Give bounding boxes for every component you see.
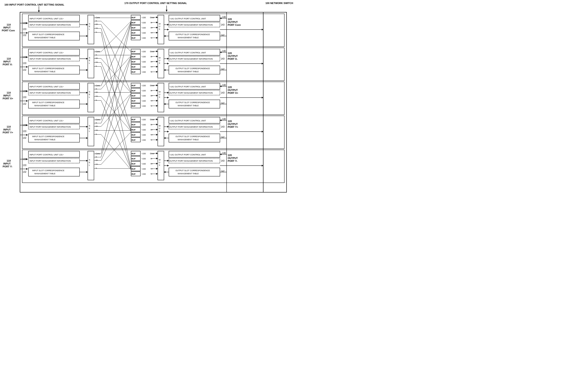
svg-text:X+: X+ (151, 61, 153, 63)
svg-text:X+: X+ (95, 57, 98, 59)
svg-marker-424 (262, 63, 263, 65)
svg-text:X+: X+ (151, 27, 153, 29)
svg-marker-18 (86, 24, 88, 26)
svg-line-203 (101, 22, 131, 154)
svg-marker-414 (164, 69, 166, 71)
svg-line-197 (101, 100, 131, 169)
svg-text:OUTPUT SLOT CORRESPONDENCE: OUTPUT SLOT CORRESPONDENCE (176, 33, 210, 35)
svg-text:~150: ~150 (141, 71, 146, 73)
svg-text:OUTPUT: OUTPUT (228, 55, 238, 57)
svg-text:MANAGEMENT TABLE: MANAGEMENT TABLE (178, 172, 199, 175)
svg-marker-486 (164, 171, 166, 173)
svg-text:120: 120 (228, 52, 232, 55)
svg-text:U: U (159, 25, 160, 28)
svg-text:OUTPUT SLOT CORRESPONDENCE: OUTPUT SLOT CORRESPONDENCE (176, 169, 210, 172)
svg-text:INPUT SLOT CORRESPONDENCE: INPUT SLOT CORRESPONDENCE (32, 135, 64, 138)
svg-text:INPUT PORT CONTROL UNIT  131~: INPUT PORT CONTROL UNIT 131~ (29, 85, 64, 88)
svg-marker-235 (156, 32, 158, 33)
svg-marker-403 (167, 63, 169, 65)
svg-text:~150: ~150 (141, 129, 146, 131)
svg-text:MANAGEMENT TABLE: MANAGEMENT TABLE (178, 36, 199, 39)
svg-marker-353 (156, 163, 158, 164)
svg-text:~141  OUTPUT PORT CONTROL UNIT: ~141 OUTPUT PORT CONTROL UNIT (169, 17, 206, 20)
svg-text:INPUT PORT CONTROL UNIT  131~: INPUT PORT CONTROL UNIT 131~ (29, 153, 64, 156)
svg-marker-351 (156, 158, 158, 159)
svg-text:X+: X+ (151, 129, 153, 131)
svg-rect-482 (169, 168, 220, 176)
svg-marker-443 (220, 85, 221, 87)
svg-marker-355 (156, 168, 158, 170)
svg-text:110: 110 (7, 57, 11, 60)
svg-text:X+: X+ (151, 95, 153, 97)
svg-marker-13 (26, 32, 28, 34)
svg-text:132: 132 (23, 137, 27, 139)
svg-text:Y-: Y- (151, 105, 152, 107)
svg-text:X: X (159, 130, 160, 132)
svg-text:Y+: Y+ (95, 129, 98, 131)
svg-text:U: U (159, 161, 160, 163)
svg-text:X-: X- (151, 158, 153, 160)
svg-text:L: L (89, 62, 90, 64)
svg-text:M: M (159, 23, 161, 25)
svg-text:Core: Core (150, 153, 154, 155)
svg-line-204 (101, 57, 131, 157)
svg-text:X-: X- (95, 88, 97, 90)
svg-text:Y+: Y+ (95, 27, 98, 29)
svg-text:X-: X- (151, 124, 153, 126)
svg-text:BUF: BUF (131, 153, 136, 155)
svg-text:Core: Core (150, 84, 154, 87)
svg-text:Y+: Y+ (151, 168, 153, 170)
svg-text:OUTPUT PORT MANAGEMENT INFORMA: OUTPUT PORT MANAGEMENT INFORMATION (169, 126, 213, 128)
svg-text:OUTPUT: OUTPUT (228, 21, 238, 23)
svg-marker-385 (167, 24, 169, 26)
svg-marker-433 (167, 92, 169, 94)
svg-text:140: 140 (222, 118, 226, 120)
svg-text:BUF: BUF (131, 27, 136, 29)
svg-text:Y-: Y- (95, 65, 97, 67)
svg-text:~141  OUTPUT PORT CONTROL UNIT: ~141 OUTPUT PORT CONTROL UNIT (169, 119, 206, 122)
svg-text:MANAGEMENT TABLE: MANAGEMENT TABLE (34, 138, 56, 141)
svg-text:X: X (159, 28, 160, 30)
svg-marker-267 (156, 71, 158, 73)
svg-text:Y+: Y+ (151, 32, 153, 34)
svg-marker-475 (167, 165, 169, 166)
svg-text:X: X (159, 62, 160, 64)
svg-text:120: 120 (228, 120, 232, 123)
svg-text:PORT X+: PORT X+ (3, 97, 13, 100)
svg-line-193 (101, 22, 131, 86)
svg-text:PORT Y-: PORT Y- (228, 160, 237, 162)
input-setting-label: 160 INPUT PORT CONTROL UNIT SETTING SIGN… (4, 3, 64, 6)
svg-marker-472 (262, 131, 263, 132)
svg-text:BUF: BUF (131, 95, 136, 97)
network-switch-label: 100 NETWORK SWITCH (265, 2, 293, 4)
svg-marker-83 (26, 100, 28, 102)
svg-text:~150: ~150 (141, 50, 146, 53)
svg-text:X+: X+ (95, 125, 98, 127)
svg-line-185 (101, 25, 131, 93)
svg-text:MANAGEMENT TABLE: MANAGEMENT TABLE (178, 70, 199, 73)
svg-text:BUF: BUF (131, 134, 136, 136)
svg-text:BUF: BUF (131, 84, 136, 87)
svg-text:X: X (159, 164, 160, 166)
svg-text:143: 143 (221, 126, 225, 128)
input-port-core-label: 110 (7, 23, 11, 26)
svg-text:L: L (89, 96, 90, 98)
svg-text:~150: ~150 (141, 66, 146, 68)
svg-text:U: U (159, 93, 160, 96)
svg-marker-319 (156, 119, 158, 120)
svg-text:~150: ~150 (141, 100, 146, 102)
svg-marker-24 (86, 35, 88, 37)
svg-marker-153 (26, 158, 28, 160)
svg-text:Core: Core (150, 119, 154, 121)
svg-line-196 (101, 97, 131, 131)
svg-text:X+: X+ (95, 91, 98, 93)
svg-text:BUF: BUF (131, 71, 136, 73)
svg-marker-438 (164, 103, 166, 105)
svg-text:Y+: Y+ (95, 61, 98, 63)
svg-marker-327 (156, 139, 158, 141)
svg-marker-409 (167, 58, 169, 60)
svg-text:INPUT: INPUT (3, 60, 11, 63)
svg-text:110: 110 (7, 91, 11, 94)
svg-text:PORT Y+: PORT Y+ (228, 126, 238, 128)
svg-marker-45 (26, 56, 28, 58)
